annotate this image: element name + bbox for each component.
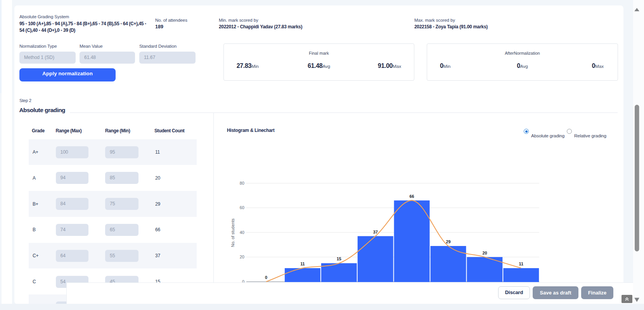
svg-text:0: 0 [265,275,267,280]
svg-text:11: 11 [300,262,305,266]
svg-text:20: 20 [482,251,487,255]
svg-text:80: 80 [240,181,244,185]
svg-text:37: 37 [373,230,378,234]
svg-text:40: 40 [240,230,244,235]
svg-text:20: 20 [240,255,244,259]
svg-text:No. of students: No. of students [230,218,235,247]
svg-text:15: 15 [337,256,341,261]
svg-text:29: 29 [446,239,450,244]
svg-text:60: 60 [240,205,244,210]
svg-text:66: 66 [409,194,414,199]
svg-text:11: 11 [519,262,523,266]
